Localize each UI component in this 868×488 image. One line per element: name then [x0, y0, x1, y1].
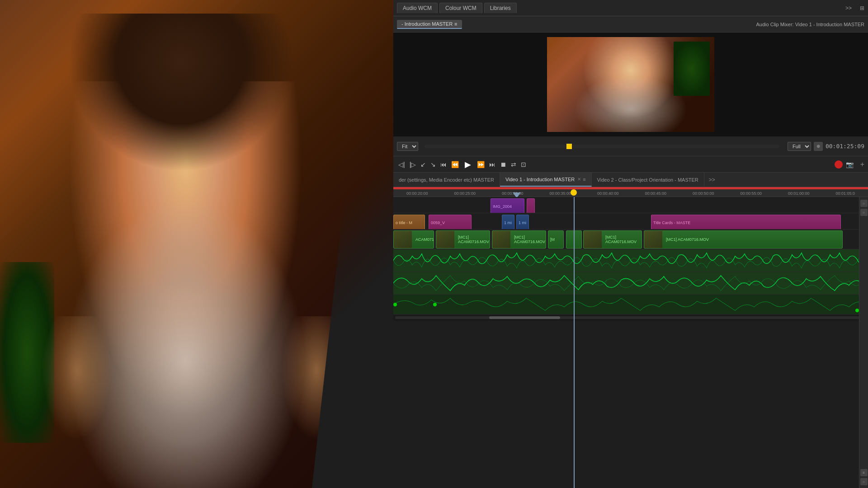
mark-out-btn[interactable]: |▷: [408, 160, 418, 169]
timeline-tab2-label: Video 1 - Introduction MASTER: [505, 177, 575, 182]
clip-title-m[interactable]: o title - M: [393, 215, 425, 229]
ruler-mark-9: 00:01:00:00: [788, 191, 810, 196]
clip-acam-7[interactable]: [MC1] ACAM0716.MOV: [644, 230, 843, 249]
timeline-tab2-close[interactable]: ✕: [577, 177, 581, 182]
transport-controls-bar: ◁| |▷ ↙ ↘ ⏮ ⏪ ▶ ⏩ ⏭ ⏹ ⇄ ⊡ 📷 +: [393, 156, 868, 173]
edge-btn-2[interactable]: ○: [860, 209, 868, 216]
clip-0059v[interactable]: 0059_V: [429, 215, 472, 229]
track-v2-body: o title - M 0059_V 1 mi 1 mi Ti: [393, 213, 868, 229]
safe-zones-btn[interactable]: ⊡: [519, 160, 528, 169]
rewind-btn[interactable]: ⏮: [439, 160, 448, 169]
clip-img2004-label: IMG_2004: [493, 204, 512, 209]
clip-title-m-label: o title - M: [396, 221, 412, 225]
ruler-mark-1: 00:00:20:00: [406, 191, 428, 196]
clip-acam-3-label: [MC1] ACAM0716.MOV: [514, 235, 545, 244]
scrollbar-thumb[interactable]: [489, 316, 560, 319]
app-container: Audio WCM Colour WCM Libraries >> ⊞ - In…: [0, 0, 868, 488]
track-v1-body: ACAM0716.M [MC1] ACAM0716.MOV [MC1] ACAM…: [393, 230, 868, 249]
clip-acam-4[interactable]: [M: [548, 230, 564, 249]
timeline-tab2-menu[interactable]: ≡: [583, 177, 585, 182]
timeline-tab-settings[interactable]: der (settings, Media Encoder etc) MASTER: [393, 173, 500, 187]
waveform-svg-2: [393, 272, 868, 294]
scrollbar-track[interactable]: [395, 316, 866, 319]
top-tab-bar: Audio WCM Colour WCM Libraries >> ⊞: [393, 0, 868, 16]
clip-acam-2-label: [MC1] ACAM0716.MOV: [458, 235, 489, 244]
clip-img2004[interactable]: IMG_2004: [491, 198, 524, 213]
loop-btn[interactable]: ⇄: [509, 160, 518, 169]
track-end-dot: [855, 309, 859, 312]
track-mid-dot: [433, 303, 437, 306]
camera-btn[interactable]: 📷: [844, 160, 855, 169]
tab-colour-wcm[interactable]: Colour WCM: [439, 3, 482, 13]
audio-clip-mixer-label: Audio Clip Mixer: Video 1 - Introduction…: [756, 22, 864, 27]
timeline-tab3-label: Video 2 - Class/Project Orientation - MA…: [597, 177, 698, 183]
tab-audio-wcm[interactable]: Audio WCM: [397, 3, 438, 13]
mark-in-btn[interactable]: ◁|: [397, 160, 406, 169]
preview-video-frame: [547, 37, 714, 132]
clip-thumb-1: [394, 231, 412, 248]
overwrite-btn[interactable]: ↘: [429, 160, 437, 169]
clip-title-cards-label: Title Cards - MASTE: [653, 221, 690, 225]
clip-pink-v3[interactable]: [527, 198, 535, 213]
track-v2: o title - M 0059_V 1 mi 1 mi Ti: [393, 213, 868, 230]
timeline-tabs-chevron[interactable]: >>: [706, 177, 718, 183]
ruler-mark-2: 00:00:25:00: [454, 191, 476, 196]
clip-title-cards[interactable]: Title Cards - MASTE: [651, 215, 841, 229]
timeline-scrollbar: [393, 314, 868, 321]
stop-record-btn[interactable]: ⏹: [499, 160, 508, 169]
ruler-mark-3: 00:00:30:00: [502, 191, 524, 196]
fast-fwd-btn[interactable]: ⏭: [488, 160, 497, 169]
zoom-dropdown[interactable]: Fit: [397, 142, 418, 151]
waveform-svg-3: [393, 295, 868, 314]
edge-btn-1[interactable]: ○: [860, 200, 868, 207]
clip-1mi-1[interactable]: 1 mi: [502, 215, 514, 229]
track-v3-body: IMG_2004: [393, 197, 868, 213]
timeline-tab-orientation[interactable]: Video 2 - Class/Project Orientation - MA…: [592, 173, 704, 187]
playhead-top-indicator: [571, 189, 577, 196]
record-btn[interactable]: [835, 160, 843, 169]
source-tab-menu[interactable]: ≡: [454, 21, 457, 27]
zoom-icon: ⊕: [816, 144, 820, 149]
ruler-mark-5: 00:00:40:00: [597, 191, 619, 196]
insert-btn[interactable]: ↙: [419, 160, 427, 169]
step-back-btn[interactable]: ⏪: [450, 160, 460, 169]
panel-maximize-icon[interactable]: ⊞: [860, 5, 864, 11]
timecode-value: 00:01:25:09: [826, 143, 864, 150]
clip-1mi-2[interactable]: 1 mi: [516, 215, 529, 229]
add-panel-btn[interactable]: +: [860, 160, 864, 169]
clip-acam-6[interactable]: [MC1] ACAM0716.MOV: [583, 230, 642, 249]
clip-thumb-2: [436, 231, 454, 248]
ruler-mark-10: 00:01:05:0: [835, 191, 855, 196]
playback-controls: Fit Full ⊕ 00:01:25:09: [393, 136, 868, 156]
ruler-labels: 00:00:20:00 00:00:25:00 00:00:30:00 00:0…: [393, 191, 868, 196]
edge-btn-4[interactable]: ○: [860, 478, 868, 485]
zoom-to-fit-btn[interactable]: ⊕: [814, 142, 823, 151]
ruler-mark-8: 00:00:55:00: [740, 191, 762, 196]
track-v1: ACAM0716.M [MC1] ACAM0716.MOV [MC1] ACAM…: [393, 230, 868, 249]
premiere-panel: Audio WCM Colour WCM Libraries >> ⊞ - In…: [393, 0, 868, 488]
edge-btn-3[interactable]: ≡: [860, 469, 868, 476]
clip-acam-3[interactable]: [MC1] ACAM0716.MOV: [492, 230, 546, 249]
play-btn[interactable]: ▶: [462, 158, 474, 171]
ruler-mark-4: 00:00:35:00: [549, 191, 571, 196]
quality-dropdown[interactable]: Full: [788, 142, 811, 151]
waveform-svg-1: // Generate waveform bars: [393, 249, 868, 272]
track-start-dot: [393, 303, 397, 306]
clip-0059v-label: 0059_V: [431, 221, 445, 225]
timeline-tracks: IMG_2004 o title - M 0059_V: [393, 197, 868, 488]
more-tabs-chevron[interactable]: >>: [843, 4, 854, 12]
clip-acam-1-label: ACAM0716.M: [415, 237, 434, 242]
source-intro-tab[interactable]: - Introduction MASTER ≡: [397, 20, 462, 29]
step-fwd-btn[interactable]: ⏩: [476, 160, 486, 169]
sequence-duration-bar: [393, 187, 868, 189]
main-video-background: [0, 0, 402, 488]
ruler-mark-7: 00:00:50:00: [693, 191, 714, 196]
track-v3: IMG_2004: [393, 197, 868, 213]
tab-libraries[interactable]: Libraries: [484, 3, 517, 13]
preview-plant: [674, 42, 710, 96]
timeline-tab-intro[interactable]: Video 1 - Introduction MASTER ✕ ≡: [500, 173, 592, 187]
timeline-position-dot: [566, 144, 572, 149]
right-edge-panel: ○ ○ ≡ ○: [859, 197, 868, 488]
clip-acam-1[interactable]: ACAM0716.M: [393, 230, 434, 249]
clip-acam-2[interactable]: [MC1] ACAM0716.MOV: [436, 230, 490, 249]
